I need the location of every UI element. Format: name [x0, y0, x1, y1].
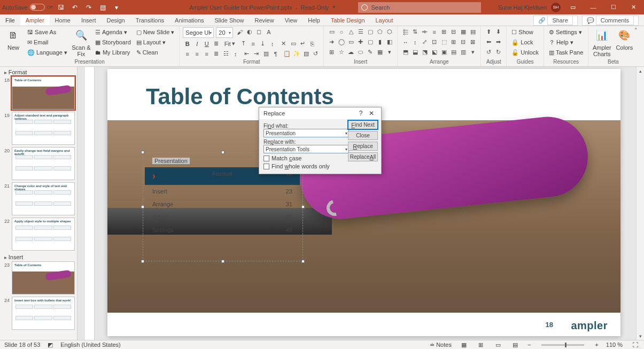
thumb-slot[interactable]: 22Apply object style to multiple shapes: [2, 218, 75, 251]
language-button[interactable]: 🌐 Language ▾: [26, 48, 69, 57]
ar7-icon[interactable]: ▦: [459, 27, 468, 36]
section-insert[interactable]: ▸ Insert: [2, 253, 75, 261]
ar24-icon[interactable]: ▾: [468, 48, 477, 57]
outline-icon[interactable]: ◻: [254, 27, 263, 36]
alignr-icon[interactable]: ≡: [202, 49, 211, 58]
shape19-icon[interactable]: ✎: [366, 48, 375, 57]
agenda-button[interactable]: ☰ Agenda ▾: [94, 27, 133, 37]
undo-icon[interactable]: ↶: [69, 2, 80, 13]
thumb-slot[interactable]: 21Change color and style of text and sha…: [2, 182, 75, 215]
shape6-icon[interactable]: ⬠: [375, 27, 384, 36]
storyboard-button[interactable]: ▦ Storyboard: [94, 37, 133, 47]
tab-transitions[interactable]: Transitions: [130, 15, 169, 26]
help-button[interactable]: ？ Help ▾: [547, 37, 585, 47]
tab-animations[interactable]: Animations: [169, 15, 209, 26]
dialog-titlebar[interactable]: Replace ? ✕: [259, 107, 381, 119]
tab-slideshow[interactable]: Slide Show: [210, 15, 250, 26]
taskpane-button[interactable]: ▥ Task Pane: [547, 48, 585, 57]
thumb-slot[interactable]: 23Table of Contents: [2, 261, 75, 294]
section-format[interactable]: ▸ Format: [2, 68, 75, 76]
ar15-icon[interactable]: ⊟: [459, 37, 468, 46]
thumb-slot[interactable]: 19Adjust standard text and paragraph set…: [2, 112, 75, 145]
ad4-icon[interactable]: ➡: [494, 37, 503, 46]
shape12-icon[interactable]: ▢: [366, 37, 375, 46]
bullets-icon[interactable]: ≣: [212, 39, 221, 48]
resize-handle[interactable]: [141, 151, 144, 154]
avatar[interactable]: SH: [551, 3, 561, 12]
shape2-icon[interactable]: ○: [337, 27, 346, 36]
tab-insert[interactable]: Insert: [76, 15, 102, 26]
zoom-out-icon[interactable]: −: [527, 342, 531, 348]
ar23-icon[interactable]: ▥: [459, 48, 468, 57]
vertical-scrollbar[interactable]: ▴ ▾: [636, 67, 644, 340]
shape18-icon[interactable]: ⬭: [356, 48, 365, 57]
wholewords-checkbox[interactable]: Find whole words only: [263, 163, 377, 169]
replaceall-button[interactable]: Replace All: [348, 152, 378, 161]
para-icon[interactable]: ¶: [271, 49, 280, 58]
fx-icon[interactable]: ✨: [292, 49, 301, 58]
close-icon[interactable]: ✕: [626, 2, 642, 13]
close-button[interactable]: Close: [348, 131, 378, 140]
wrap-icon[interactable]: ↵: [298, 39, 307, 48]
thumb-slot[interactable]: 24Insert text box with bullets that work…: [2, 297, 75, 330]
slide-counter[interactable]: Slide 18 of 53: [4, 342, 40, 348]
col-icon[interactable]: ▥: [261, 49, 270, 58]
qat-more-icon[interactable]: ▾: [111, 2, 122, 13]
just-icon[interactable]: ≣: [212, 49, 221, 58]
notes-button[interactable]: ≐ Notes: [430, 342, 452, 348]
tab-home[interactable]: Home: [50, 15, 76, 26]
indout-icon[interactable]: ⇤: [242, 49, 251, 58]
share-button[interactable]: 🔗 Share: [533, 15, 577, 26]
clean-button[interactable]: ✎ Clean: [135, 48, 176, 57]
ar10-icon[interactable]: ↕: [410, 37, 420, 46]
ar11-icon[interactable]: ⤢: [420, 37, 429, 46]
shape1-icon[interactable]: ▭: [327, 27, 336, 36]
dialog-help-icon[interactable]: ?: [355, 110, 366, 117]
ad1-icon[interactable]: ⬆: [484, 27, 493, 36]
underline-icon[interactable]: U: [202, 39, 211, 48]
normalview-icon[interactable]: ▦: [459, 341, 469, 348]
ar6-icon[interactable]: ⊟: [449, 27, 458, 36]
ar19-icon[interactable]: ⬔: [420, 48, 429, 57]
ar17-icon[interactable]: ⬒: [401, 48, 410, 57]
shape20-icon[interactable]: ▦: [375, 48, 384, 57]
tab-review[interactable]: Review: [250, 15, 280, 26]
fit-window-icon[interactable]: ⛶: [630, 341, 640, 348]
ar5-icon[interactable]: ⊞: [439, 27, 448, 36]
ar12-icon[interactable]: ⊡: [430, 37, 439, 46]
tab-design[interactable]: Design: [101, 15, 130, 26]
settings-button[interactable]: ⚙ Settings ▾: [547, 27, 585, 37]
thumb[interactable]: Table of Contents: [12, 261, 75, 294]
readingview-icon[interactable]: ▭: [493, 341, 503, 348]
shape8-icon[interactable]: ➜: [327, 37, 336, 46]
reset-icon[interactable]: ↺: [311, 49, 320, 58]
ar3-icon[interactable]: ⬲: [420, 27, 429, 36]
resize-handle[interactable]: [141, 260, 144, 263]
clear-icon[interactable]: ✕: [279, 39, 288, 48]
shape10-icon[interactable]: ▭: [346, 37, 355, 46]
shape9-icon[interactable]: ◯: [337, 37, 346, 46]
textdir-icon[interactable]: ↕: [268, 39, 277, 48]
ar14-icon[interactable]: ⊞: [449, 37, 458, 46]
amplercharts-button[interactable]: 📊Ampler Charts: [592, 27, 612, 57]
shape11-icon[interactable]: ✚: [356, 37, 365, 46]
resize-handle[interactable]: [221, 151, 224, 154]
shape4-icon[interactable]: ☰: [356, 27, 365, 36]
comments-button[interactable]: 💬 Comments: [582, 15, 639, 26]
tab-help[interactable]: Help: [302, 15, 325, 26]
show-checkbox[interactable]: ☐ Show: [510, 27, 540, 37]
ar2-icon[interactable]: ⇅: [410, 27, 420, 36]
text-icon[interactable]: A: [264, 27, 273, 36]
ar8-icon[interactable]: ▤: [468, 27, 477, 36]
shape16-icon[interactable]: ☆: [337, 48, 346, 57]
new-button[interactable]: 🗎New: [3, 27, 24, 51]
font-size-select[interactable]: 20: [216, 27, 233, 38]
save-icon[interactable]: 🖫: [56, 2, 66, 13]
email-button[interactable]: ✉ Email: [26, 37, 69, 47]
scroll-down-icon[interactable]: ▾: [637, 332, 644, 340]
minimize-icon[interactable]: —: [585, 2, 601, 13]
shape21-icon[interactable]: ▾: [385, 48, 394, 57]
sorterview-icon[interactable]: ⊞: [476, 341, 486, 348]
alignmid-icon[interactable]: ≡: [249, 39, 258, 48]
numlist-icon[interactable]: ☷: [221, 49, 230, 58]
